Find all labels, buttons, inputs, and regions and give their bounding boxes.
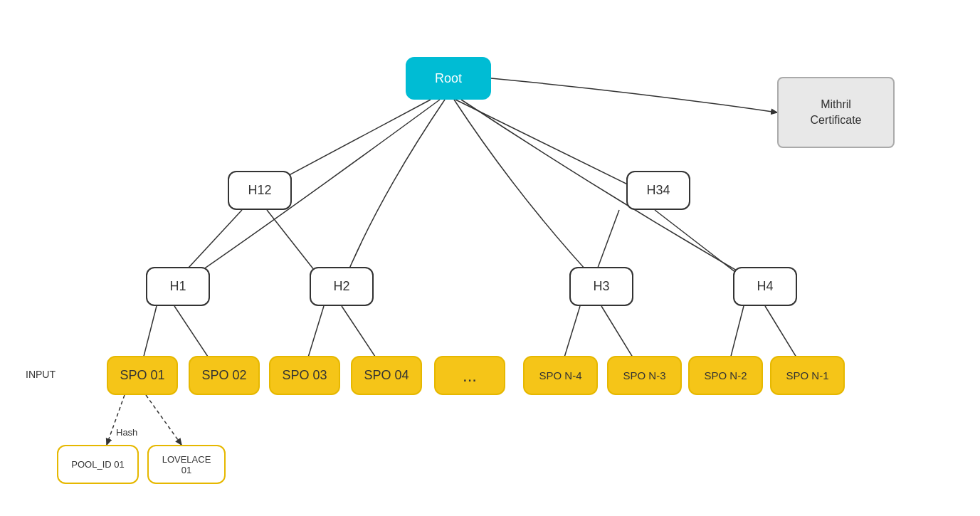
h12-label: H12 — [248, 183, 271, 198]
h1-label: H1 — [169, 279, 186, 294]
h2-node: H2 — [310, 267, 374, 306]
spo01-label: SPO 01 — [120, 368, 164, 383]
spon3-label: SPO N-3 — [623, 369, 665, 381]
input-label: INPUT — [26, 369, 56, 380]
certificate-label: Mithril Certificate — [810, 97, 861, 129]
root-label: Root — [435, 71, 462, 86]
h2-label: H2 — [333, 279, 349, 294]
lovelace-label: LOVELACE 01 — [162, 454, 211, 475]
spon1-node: SPO N-1 — [770, 356, 845, 395]
certificate-node: Mithril Certificate — [777, 77, 895, 148]
spo02-node: SPO 02 — [189, 356, 260, 395]
dots-label: ... — [463, 366, 477, 386]
h4-label: H4 — [757, 279, 773, 294]
spo03-label: SPO 03 — [282, 368, 327, 383]
dots-node: ... — [434, 356, 505, 395]
lovelace-node: LOVELACE 01 — [147, 445, 226, 484]
diagram-canvas: Root Mithril Certificate H12 H34 H1 H2 H… — [0, 0, 980, 516]
hash-text: Hash — [116, 427, 137, 438]
h3-label: H3 — [593, 279, 609, 294]
spo04-node: SPO 04 — [351, 356, 422, 395]
h4-node: H4 — [733, 267, 797, 306]
h3-node: H3 — [569, 267, 633, 306]
poolid-node: POOL_ID 01 — [57, 445, 139, 484]
spo01-node: SPO 01 — [107, 356, 178, 395]
spon2-label: SPO N-2 — [704, 369, 747, 381]
h1-node: H1 — [146, 267, 210, 306]
input-text: INPUT — [26, 369, 56, 380]
spon3-node: SPO N-3 — [607, 356, 682, 395]
h34-label: H34 — [646, 183, 670, 198]
h12-node: H12 — [228, 171, 292, 210]
spo04-label: SPO 04 — [364, 368, 409, 383]
spon1-label: SPO N-1 — [786, 369, 828, 381]
spon2-node: SPO N-2 — [688, 356, 763, 395]
spon4-label: SPO N-4 — [539, 369, 581, 381]
h34-node: H34 — [626, 171, 690, 210]
root-node: Root — [406, 57, 491, 100]
hash-label: Hash — [116, 427, 137, 438]
spo02-label: SPO 02 — [201, 368, 246, 383]
poolid-label: POOL_ID 01 — [71, 459, 124, 470]
spo03-node: SPO 03 — [269, 356, 340, 395]
spon4-node: SPO N-4 — [523, 356, 598, 395]
